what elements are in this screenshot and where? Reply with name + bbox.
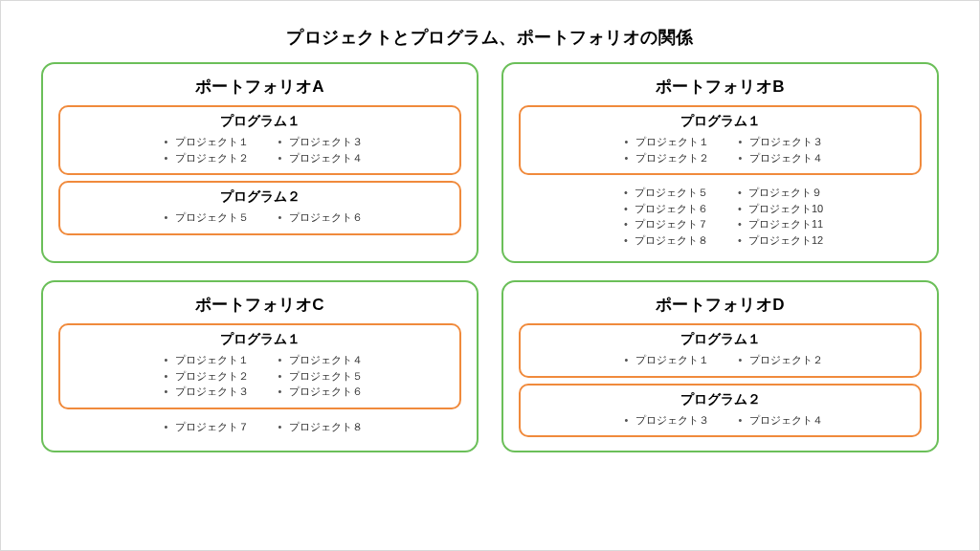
program-title: プログラム１ <box>530 329 910 352</box>
portfolio-box: ポートフォリオCプログラム１プロジェクト１プロジェクト２プロジェクト３プロジェク… <box>41 280 479 452</box>
project-column: プロジェクト２ <box>732 352 823 368</box>
program-projects: プロジェクト１プロジェクト２プロジェクト３プロジェクト４ <box>530 134 910 165</box>
portfolio-box: ポートフォリオAプログラム１プロジェクト１プロジェクト２プロジェクト３プロジェク… <box>41 62 479 263</box>
program-box: プログラム１プロジェクト１プロジェクト２プロジェクト３プロジェクト４ <box>58 105 461 175</box>
project-item: プロジェクト２ <box>158 150 249 166</box>
project-item: プロジェクト５ <box>272 368 363 385</box>
project-item: プロジェクト11 <box>731 216 823 232</box>
program-title: プログラム１ <box>70 111 450 134</box>
project-item: プロジェクト４ <box>732 412 823 429</box>
program-projects: プロジェクト１プロジェクト２プロジェクト３プロジェクト４プロジェクト５プロジェク… <box>70 352 450 400</box>
project-item: プロジェクト５ <box>617 185 708 201</box>
project-column: プロジェクト５ <box>158 209 249 226</box>
project-item: プロジェクト１ <box>618 134 709 150</box>
program-title: プログラム１ <box>530 111 910 134</box>
project-item: プロジェクト６ <box>272 384 363 400</box>
program-projects: プロジェクト５プロジェクト６ <box>70 209 450 226</box>
program-box: プログラム１プロジェクト１プロジェクト２プロジェクト３プロジェクト４プロジェクト… <box>58 323 461 409</box>
portfolio-grid: ポートフォリオAプログラム１プロジェクト１プロジェクト２プロジェクト３プロジェク… <box>41 62 939 452</box>
portfolio-box: ポートフォリオBプログラム１プロジェクト１プロジェクト２プロジェクト３プロジェク… <box>501 62 939 263</box>
project-item: プロジェクト10 <box>731 201 823 217</box>
program-box: プログラム１プロジェクト１プロジェクト２ <box>519 323 922 378</box>
program-projects: プロジェクト１プロジェクト２ <box>530 352 910 368</box>
program-projects: プロジェクト１プロジェクト２プロジェクト３プロジェクト４ <box>70 134 450 165</box>
project-item: プロジェクト９ <box>731 185 823 201</box>
project-column: プロジェクト７ <box>158 419 249 435</box>
project-column: プロジェクト５プロジェクト６プロジェクト７プロジェクト８ <box>617 185 708 248</box>
project-item: プロジェクト３ <box>732 134 823 150</box>
portfolio-loose-projects: プロジェクト５プロジェクト６プロジェクト７プロジェクト８プロジェクト９プロジェク… <box>519 181 922 248</box>
portfolio-title: ポートフォリオC <box>58 292 461 323</box>
project-item: プロジェクト２ <box>618 150 709 166</box>
portfolio-title: ポートフォリオD <box>519 292 922 323</box>
project-item: プロジェクト８ <box>617 232 708 249</box>
portfolio-loose-projects: プロジェクト７プロジェクト８ <box>58 415 461 435</box>
program-box: プログラム２プロジェクト３プロジェクト４ <box>519 384 922 438</box>
portfolio-box: ポートフォリオDプログラム１プロジェクト１プロジェクト２プログラム２プロジェクト… <box>501 280 939 452</box>
project-column: プロジェクト１プロジェクト２プロジェクト３ <box>158 352 249 400</box>
project-column: プロジェクト１プロジェクト２ <box>158 134 249 165</box>
project-item: プロジェクト１ <box>618 352 709 368</box>
project-item: プロジェクト６ <box>272 209 363 226</box>
project-item: プロジェクト７ <box>617 216 708 232</box>
project-column: プロジェクト６ <box>272 209 363 226</box>
project-column: プロジェクト８ <box>272 419 363 435</box>
project-item: プロジェクト８ <box>272 419 363 435</box>
program-box: プログラム１プロジェクト１プロジェクト２プロジェクト３プロジェクト４ <box>519 105 922 175</box>
project-item: プロジェクト３ <box>618 412 709 429</box>
project-item: プロジェクト４ <box>272 150 363 166</box>
project-item: プロジェクト４ <box>732 150 823 166</box>
project-item: プロジェクト12 <box>731 232 823 249</box>
portfolio-title: ポートフォリオB <box>519 74 922 105</box>
program-title: プログラム２ <box>530 389 910 412</box>
portfolio-title: ポートフォリオA <box>58 74 461 105</box>
program-projects: プロジェクト３プロジェクト４ <box>530 412 910 429</box>
program-title: プログラム２ <box>70 187 450 209</box>
project-column: プロジェクト９プロジェクト10プロジェクト11プロジェクト12 <box>731 185 823 248</box>
project-column: プロジェクト３プロジェクト４ <box>732 134 823 165</box>
project-item: プロジェクト１ <box>158 134 249 150</box>
project-column: プロジェクト１ <box>618 352 709 368</box>
program-title: プログラム１ <box>70 329 450 352</box>
project-item: プロジェクト７ <box>158 419 249 435</box>
program-box: プログラム２プロジェクト５プロジェクト６ <box>58 181 461 235</box>
project-item: プロジェクト６ <box>617 201 708 217</box>
project-item: プロジェクト１ <box>158 352 249 368</box>
project-column: プロジェクト３ <box>618 412 709 429</box>
project-item: プロジェクト２ <box>732 352 823 368</box>
project-column: プロジェクト３プロジェクト４ <box>272 134 363 165</box>
project-column: プロジェクト１プロジェクト２ <box>618 134 709 165</box>
project-column: プロジェクト４プロジェクト５プロジェクト６ <box>272 352 363 400</box>
page-title: プロジェクトとプログラム、ポートフォリオの関係 <box>41 22 939 62</box>
project-item: プロジェクト５ <box>158 209 249 226</box>
project-item: プロジェクト３ <box>272 134 363 150</box>
project-item: プロジェクト４ <box>272 352 363 368</box>
project-item: プロジェクト３ <box>158 384 249 400</box>
project-item: プロジェクト２ <box>158 368 249 385</box>
diagram-frame: プロジェクトとプログラム、ポートフォリオの関係 ポートフォリオAプログラム１プロ… <box>0 0 980 551</box>
project-column: プロジェクト４ <box>732 412 823 429</box>
